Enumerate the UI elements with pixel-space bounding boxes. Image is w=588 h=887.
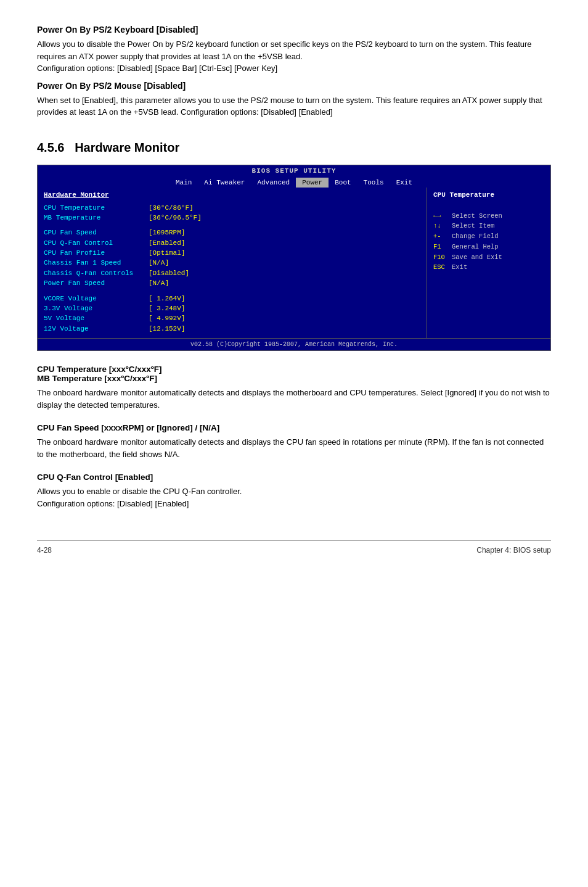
bios-row-label: Power Fan Speed <box>44 279 149 288</box>
power-mouse-body: When set to [Enabled], this parameter al… <box>37 94 551 118</box>
bios-row: MB Temperature[36°C/96.5°F] <box>44 213 420 223</box>
footer-right: Chapter 4: BIOS setup <box>476 546 551 555</box>
bios-row-value: [N/A] <box>149 258 169 268</box>
bios-key-desc: Select Item <box>452 221 494 231</box>
bios-spacer <box>44 289 420 294</box>
bios-row-label: CPU Temperature <box>44 204 149 213</box>
cpu-fan-speed-heading: CPU Fan Speed [xxxxRPM] or [Ignored] / [… <box>37 423 551 432</box>
bios-key-sym: F1 <box>433 242 452 252</box>
cpu-temp-body: The onboard hardware monitor automatical… <box>37 387 551 411</box>
bios-title: BIOS SETUP UTILITY <box>38 165 550 176</box>
bios-key-desc: Exit <box>452 262 467 273</box>
bios-key-row: ↑↓Select Item <box>433 221 544 231</box>
bios-left-panel: Hardware Monitor CPU Temperature[30°C/86… <box>38 188 427 339</box>
bios-row-value: [30°C/86°F] <box>149 204 194 213</box>
bios-row-label: CPU Fan Profile <box>44 249 149 258</box>
bios-key-sym: F10 <box>433 252 452 263</box>
power-keyboard-body: Allows you to disable the Power On by PS… <box>37 38 551 75</box>
cpu-q-fan-body: Allows you to enable or disable the CPU … <box>37 485 551 510</box>
bios-tab-aitweaker: Ai Tweaker <box>198 178 251 188</box>
section-cpu-fan-speed: CPU Fan Speed [xxxxRPM] or [Ignored] / [… <box>37 423 551 460</box>
bios-key-desc: Save and Exit <box>452 252 502 263</box>
bios-content: Hardware Monitor CPU Temperature[30°C/86… <box>38 188 550 339</box>
bios-screenshot: BIOS SETUP UTILITY Main Ai Tweaker Advan… <box>37 165 551 352</box>
bios-left-title: Hardware Monitor <box>44 191 420 199</box>
bios-key-row: F1General Help <box>433 242 544 252</box>
bios-row-value: [Enabled] <box>149 239 185 248</box>
bios-key-desc: Change Field <box>452 231 499 242</box>
bios-row-label: 3.3V Voltage <box>44 304 149 313</box>
bios-row-label: Chassis Q-Fan Controls <box>44 269 149 278</box>
power-keyboard-heading: Power On By PS/2 Keyboard [Disabled] <box>37 25 551 35</box>
bios-row: CPU Fan Profile[Optimal] <box>44 249 420 258</box>
bios-row: Power Fan Speed[N/A] <box>44 279 420 288</box>
bios-right-panel: CPU Temperature ←→Select Screen↑↓Select … <box>427 188 550 339</box>
bios-key-row: ←→Select Screen <box>433 211 544 221</box>
bios-rows: CPU Temperature[30°C/86°F]MB Temperature… <box>44 204 420 334</box>
bios-row-label: 12V Voltage <box>44 324 149 334</box>
bios-row: 3.3V Voltage[ 3.248V] <box>44 304 420 313</box>
bios-row-value: [ 4.992V] <box>149 314 185 323</box>
bios-right-title: CPU Temperature <box>433 191 544 199</box>
bios-row-value: [36°C/96.5°F] <box>149 213 202 223</box>
bios-row: Chassis Fan 1 Speed[N/A] <box>44 258 420 268</box>
section-cpu-q-fan: CPU Q-Fan Control [Enabled] Allows you t… <box>37 472 551 510</box>
bios-row: CPU Q-Fan Control[Enabled] <box>44 239 420 248</box>
bios-row: CPU Temperature[30°C/86°F] <box>44 204 420 213</box>
bios-key-sym: +- <box>433 231 452 242</box>
section-power-keyboard: Power On By PS/2 Keyboard [Disabled] All… <box>37 25 551 75</box>
bios-key-row: +-Change Field <box>433 231 544 242</box>
bios-key-row: ESCExit <box>433 262 544 273</box>
bios-row: 12V Voltage[12.152V] <box>44 324 420 334</box>
bios-row: 5V Voltage[ 4.992V] <box>44 314 420 323</box>
bios-tab-power: Power <box>296 178 329 188</box>
bios-key-sym: ←→ <box>433 211 452 221</box>
footer-left: 4-28 <box>37 546 52 555</box>
bios-spacer <box>44 223 420 228</box>
cpu-fan-speed-body: The onboard hardware monitor automatical… <box>37 436 551 460</box>
bios-row-label: VCORE Voltage <box>44 294 149 303</box>
bios-tab-advanced: Advanced <box>251 178 296 188</box>
bios-key-row: F10Save and Exit <box>433 252 544 263</box>
bios-key-desc: General Help <box>452 242 499 252</box>
cpu-q-fan-heading: CPU Q-Fan Control [Enabled] <box>37 472 551 482</box>
bios-keys: ←→Select Screen↑↓Select Item+-Change Fie… <box>433 211 544 273</box>
power-mouse-heading: Power On By PS/2 Mouse [Disabled] <box>37 81 551 91</box>
bios-row-label: CPU Q-Fan Control <box>44 239 149 248</box>
bios-tab-exit: Exit <box>390 178 419 188</box>
bios-row-value: [12.152V] <box>149 324 185 334</box>
bios-tab-boot: Boot <box>329 178 357 188</box>
chapter-heading: 4.5.6 Hardware Monitor <box>37 141 551 155</box>
section-power-mouse: Power On By PS/2 Mouse [Disabled] When s… <box>37 81 551 118</box>
bios-row-label: MB Temperature <box>44 213 149 223</box>
bios-row: VCORE Voltage[ 1.264V] <box>44 294 420 303</box>
bios-row-label: 5V Voltage <box>44 314 149 323</box>
cpu-temp-heading: CPU Temperature [xxxºC/xxxºF] MB Tempera… <box>37 365 551 383</box>
bios-tab-row: Main Ai Tweaker Advanced Power Boot Tool… <box>38 176 550 188</box>
bios-row-value: [ 3.248V] <box>149 304 185 313</box>
section-cpu-temp: CPU Temperature [xxxºC/xxxºF] MB Tempera… <box>37 365 551 411</box>
bios-row-value: [Optimal] <box>149 249 185 258</box>
bios-key-desc: Select Screen <box>452 211 502 221</box>
bios-row-value: [ 1.264V] <box>149 294 185 303</box>
bios-row-label: CPU Fan Speed <box>44 228 149 237</box>
bios-key-sym: ↑↓ <box>433 221 452 231</box>
bios-row-value: [N/A] <box>149 279 169 288</box>
bios-row: CPU Fan Speed[1095RPM] <box>44 228 420 237</box>
bios-tab-tools: Tools <box>357 178 390 188</box>
page-footer: 4-28 Chapter 4: BIOS setup <box>37 540 551 555</box>
bios-key-sym: ESC <box>433 262 452 273</box>
bios-row-label: Chassis Fan 1 Speed <box>44 258 149 268</box>
bios-tab-main: Main <box>169 178 198 188</box>
bios-row: Chassis Q-Fan Controls[Disabled] <box>44 269 420 278</box>
bios-footer: v02.58 (C)Copyright 1985-2007, American … <box>38 338 550 350</box>
bios-row-value: [Disabled] <box>149 269 189 278</box>
bios-row-value: [1095RPM] <box>149 228 185 237</box>
